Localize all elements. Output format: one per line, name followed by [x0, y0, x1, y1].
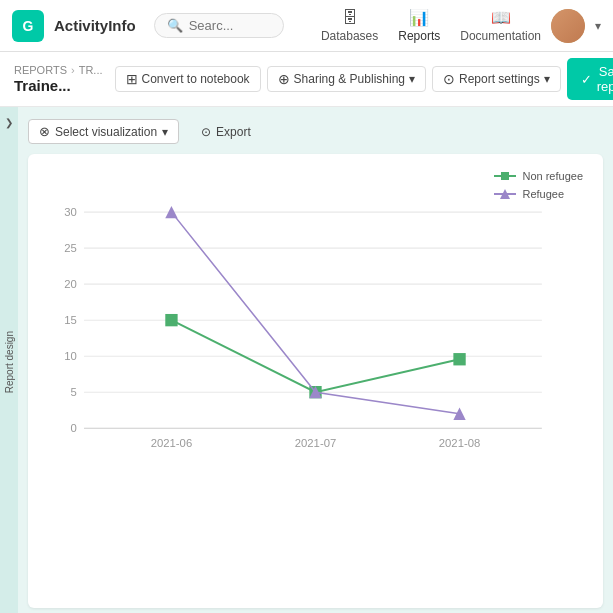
side-tab-arrow: ❯	[0, 117, 18, 128]
breadcrumb-sep: ›	[71, 64, 75, 76]
viz-chevron-icon: ▾	[162, 125, 168, 139]
nav-reports[interactable]: 📊 Reports	[398, 8, 440, 43]
legend-non-refugee: Non refugee	[494, 170, 583, 182]
svg-rect-21	[165, 314, 177, 326]
avatar-chevron[interactable]: ▾	[595, 19, 601, 33]
databases-icon: 🗄	[342, 9, 358, 27]
svg-text:30: 30	[64, 206, 77, 218]
svg-text:10: 10	[64, 350, 77, 362]
svg-text:0: 0	[71, 422, 77, 434]
title-col: REPORTS › TR... Traine...	[14, 64, 103, 94]
content-area: ⊗ Select visualization ▾ ⊙ Export Non re…	[18, 107, 613, 613]
settings-chevron-icon: ▾	[544, 72, 550, 86]
chart-legend: Non refugee Refugee	[494, 170, 583, 200]
breadcrumb: REPORTS › TR...	[14, 64, 103, 76]
export-button[interactable]: ⊙ Export	[191, 121, 261, 143]
save-check-icon: ✓	[581, 72, 592, 87]
nav-links: 🗄 Databases 📊 Reports 📖 Documentation	[321, 8, 541, 43]
main-area: Report design ❯ ⊗ Select visualization ▾…	[0, 107, 613, 613]
report-settings-button[interactable]: ⊙ Report settings ▾	[432, 66, 561, 92]
viz-toolbar: ⊗ Select visualization ▾ ⊙ Export	[28, 117, 603, 146]
notebook-icon: ⊞	[126, 71, 138, 87]
nav-documentation[interactable]: 📖 Documentation	[460, 8, 541, 43]
documentation-icon: 📖	[491, 8, 511, 27]
legend-refugee: Refugee	[494, 188, 583, 200]
export-icon: ⊙	[201, 125, 211, 139]
svg-text:2021-06: 2021-06	[151, 437, 192, 449]
page-title: Traine...	[14, 77, 94, 94]
report-design-tab[interactable]: Report design ❯	[0, 107, 18, 613]
svg-text:20: 20	[64, 278, 77, 290]
breadcrumb-reports[interactable]: REPORTS	[14, 64, 67, 76]
avatar[interactable]	[551, 9, 585, 43]
sharing-icon: ⊕	[278, 71, 290, 87]
app-name: ActivityInfo	[54, 17, 136, 34]
non-refugee-legend-icon	[494, 171, 516, 181]
side-tab-label: Report design	[4, 331, 15, 393]
svg-text:2021-07: 2021-07	[295, 437, 336, 449]
svg-text:5: 5	[71, 386, 77, 398]
avatar-image	[551, 9, 585, 43]
svg-text:2021-08: 2021-08	[439, 437, 480, 449]
reports-icon: 📊	[409, 8, 429, 27]
svg-rect-1	[501, 172, 509, 180]
visualization-icon: ⊗	[39, 124, 50, 139]
search-input[interactable]	[189, 18, 279, 33]
chart-container: Non refugee Refugee 30 25 20	[28, 154, 603, 608]
search-icon: 🔍	[167, 18, 183, 33]
sharing-publishing-button[interactable]: ⊕ Sharing & Publishing ▾	[267, 66, 426, 92]
select-visualization-button[interactable]: ⊗ Select visualization ▾	[28, 119, 179, 144]
convert-notebook-button[interactable]: ⊞ Convert to notebook	[115, 66, 261, 92]
search-box[interactable]: 🔍	[154, 13, 284, 38]
top-nav: G ActivityInfo 🔍 🗄 Databases 📊 Reports 📖…	[0, 0, 613, 52]
toolbar-buttons: ⊞ Convert to notebook ⊕ Sharing & Publis…	[115, 58, 614, 100]
svg-text:25: 25	[64, 242, 77, 254]
sharing-chevron-icon: ▾	[409, 72, 415, 86]
save-report-button[interactable]: ✓ Save report	[567, 58, 613, 100]
refugee-legend-icon	[494, 189, 516, 199]
nav-databases[interactable]: 🗄 Databases	[321, 9, 378, 43]
settings-icon: ⊙	[443, 71, 455, 87]
svg-rect-23	[453, 353, 465, 365]
app-logo[interactable]: G	[12, 10, 44, 42]
chart-svg: 30 25 20 15 10 5 0 2021-06 2021-07 2021-…	[48, 170, 583, 460]
toolbar-row: REPORTS › TR... Traine... ⊞ Convert to n…	[0, 52, 613, 107]
breadcrumb-item2[interactable]: TR...	[79, 64, 103, 76]
svg-text:15: 15	[64, 314, 77, 326]
